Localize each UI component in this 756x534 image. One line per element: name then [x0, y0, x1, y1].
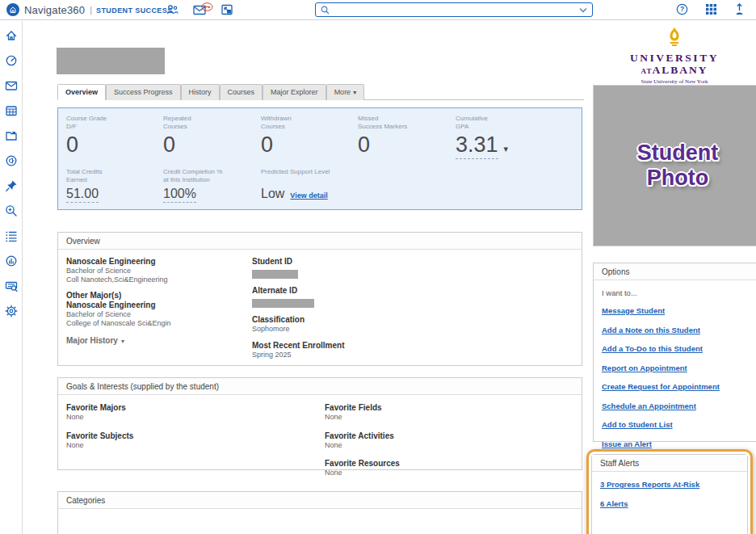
classification-value: Sophomore	[252, 325, 344, 334]
folder-icon[interactable]	[5, 129, 18, 142]
caret-down-icon: ▾	[121, 338, 124, 345]
add-todo-link[interactable]: Add a To-Do to this Student	[602, 344, 754, 353]
caret-down-icon: ▾	[353, 89, 356, 96]
stat-label: Predicted Support Level	[261, 168, 330, 183]
create-appointment-request-link[interactable]: Create Request for Appointment	[602, 382, 754, 391]
home-icon[interactable]	[5, 29, 18, 42]
add-note-link[interactable]: Add a Note on this Student	[602, 326, 754, 334]
issue-alert-link[interactable]: Issue an Alert	[602, 439, 754, 448]
alerts-count-link[interactable]: 6 Alerts	[600, 499, 739, 508]
goal-label: Favorite Fields	[325, 403, 400, 413]
stat-label: MissedSuccess Markers	[358, 115, 407, 130]
announcement-icon[interactable]	[5, 154, 18, 167]
major-history-dropdown[interactable]: Major History▾	[66, 336, 171, 345]
pin-icon[interactable]	[5, 179, 18, 192]
brand-name: Navigate360	[24, 4, 85, 16]
staff-alerts-highlight-ring: Staff Alerts 3 Progress Reports At-Risk …	[586, 449, 753, 534]
gauge-icon[interactable]	[5, 54, 18, 67]
global-search-input[interactable]	[334, 6, 575, 15]
student-photo-placeholder: StudentPhoto	[593, 85, 756, 246]
stat-cumulative-gpa: CumulativeGPA 3.31▾	[456, 115, 508, 159]
progress-reports-at-risk-link[interactable]: 3 Progress Reports At-Risk	[600, 480, 739, 489]
tab-history[interactable]: History	[181, 84, 220, 100]
goals-right-column: Favorite Fields None Favorite Activities…	[325, 403, 400, 487]
search-chevron-down-icon[interactable]	[579, 7, 587, 13]
goal-label: Favorite Majors	[66, 403, 133, 413]
tab-more[interactable]: More▾	[326, 84, 365, 100]
analytics-icon[interactable]	[5, 254, 18, 267]
options-panel: Options I want to... Message Student Add…	[593, 263, 756, 442]
options-body: I want to... Message Student Add a Note …	[594, 280, 756, 448]
help-icon[interactable]: ?	[676, 3, 688, 15]
mail-key-badge-icon	[201, 0, 213, 15]
brand: Navigate360 | STUDENT SUCCESS	[6, 3, 173, 16]
users-icon[interactable]	[166, 3, 179, 16]
stat-value[interactable]: 100%	[163, 187, 196, 203]
university-name-line2: ATALBANY	[593, 65, 756, 77]
reporting-icon[interactable]	[5, 280, 18, 292]
favorite-fields: Favorite Fields None	[325, 403, 400, 422]
options-panel-header: Options	[594, 263, 756, 280]
tab-overview[interactable]: Overview	[57, 84, 106, 100]
gpa-value[interactable]: 3.31	[456, 132, 498, 159]
categories-panel: Categories	[57, 491, 582, 534]
stat-label: Total CreditsEarned	[66, 168, 102, 183]
i-want-to-label: I want to...	[602, 288, 754, 297]
tab-more-label: More	[334, 88, 351, 96]
advanced-search-icon[interactable]	[5, 204, 18, 217]
stat-total-credits: Total CreditsEarned 51.00	[66, 168, 102, 203]
add-to-student-list-link[interactable]: Add to Student List	[602, 420, 754, 429]
apps-grid-icon[interactable]	[706, 4, 716, 15]
schedule-appointment-link[interactable]: Schedule an Appointment	[602, 402, 754, 410]
student-id-label: Student ID	[252, 257, 344, 267]
left-sidebar	[0, 21, 23, 534]
favorite-subjects: Favorite Subjects None	[66, 431, 133, 450]
favorite-resources: Favorite Resources None	[325, 459, 400, 477]
primary-major-name: Nanoscale Engineering	[66, 257, 171, 267]
stat-predicted-support-level: Predicted Support Level LowView detail	[261, 168, 330, 201]
global-search	[315, 2, 593, 17]
staff-alerts-header: Staff Alerts	[592, 455, 747, 472]
university-emblem-icon	[666, 36, 682, 49]
settings-icon[interactable]	[5, 305, 18, 317]
support-level-value: Low	[261, 187, 284, 201]
stat-value: 0	[163, 132, 175, 158]
other-major-degree: Bachelor of Science	[66, 310, 171, 319]
primary-major-college: Coll Nanotech,Sci&Engineering	[66, 275, 171, 284]
overview-panel-header: Overview	[58, 233, 582, 250]
university-logo: UNIVERSITY ATALBANY State University of …	[593, 27, 756, 85]
svg-text:?: ?	[680, 5, 684, 13]
mail-key-icon[interactable]	[193, 4, 207, 15]
brand-divider: |	[90, 5, 92, 15]
tab-courses[interactable]: Courses	[220, 84, 263, 100]
university-at: AT	[641, 67, 653, 75]
favorite-activities: Favorite Activities None	[325, 431, 400, 450]
stat-value[interactable]: 51.00	[66, 187, 99, 203]
message-student-link[interactable]: Message Student	[602, 306, 754, 315]
student-photo-text: StudentPhoto	[637, 141, 719, 191]
gpa-caret-down-icon[interactable]: ▾	[504, 144, 509, 153]
stat-course-grade-df: Course GradeD/F 0	[66, 115, 107, 158]
categories-panel-header: Categories	[58, 492, 582, 509]
search-icon	[321, 6, 330, 15]
external-window-icon[interactable]	[220, 3, 233, 16]
tab-major-explorer[interactable]: Major Explorer	[262, 84, 326, 100]
tab-success-progress[interactable]: Success Progress	[106, 84, 181, 100]
goals-left-column: Favorite Majors None Favorite Subjects N…	[66, 403, 133, 459]
goal-value: None	[66, 413, 133, 422]
stat-value: 0	[358, 132, 370, 158]
goal-value: None	[66, 441, 133, 450]
staff-alerts-panel: Staff Alerts 3 Progress Reports At-Risk …	[591, 454, 748, 534]
goal-label: Favorite Activities	[325, 431, 400, 441]
user-upload-icon[interactable]	[734, 3, 745, 15]
view-detail-link[interactable]: View detail	[290, 191, 327, 200]
mail-icon[interactable]	[5, 79, 18, 92]
enrollment-label: Most Recent Enrollment	[252, 341, 344, 351]
major-history-label: Major History	[66, 336, 118, 345]
calendar-icon[interactable]	[5, 104, 18, 117]
stat-value: 0	[66, 132, 78, 158]
report-appointment-link[interactable]: Report on Appointment	[602, 364, 754, 372]
other-major-college: College of Nanoscale Sci&Engin	[66, 319, 171, 328]
list-icon[interactable]	[5, 229, 18, 242]
navigate360-logo-icon	[6, 3, 19, 16]
